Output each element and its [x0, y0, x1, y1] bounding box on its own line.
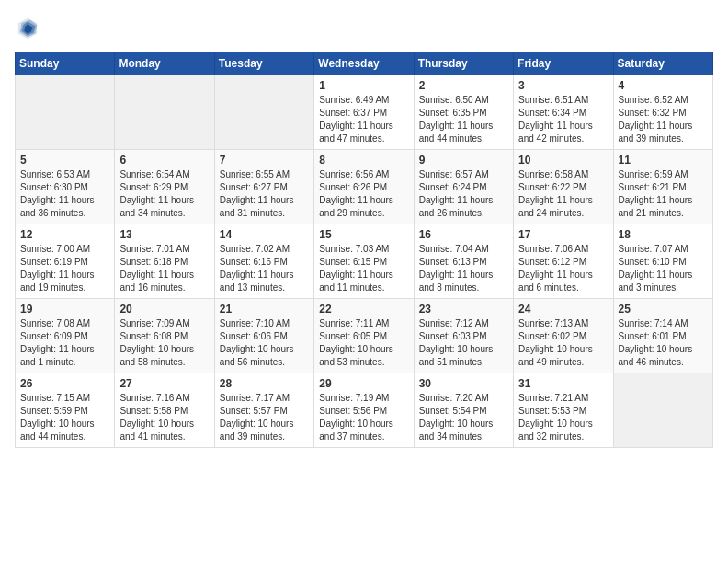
day-info: Sunrise: 6:54 AM Sunset: 6:29 PM Dayligh…: [119, 168, 209, 220]
calendar-cell: 17Sunrise: 7:06 AM Sunset: 6:12 PM Dayli…: [514, 224, 613, 299]
day-info: Sunrise: 7:08 AM Sunset: 6:09 PM Dayligh…: [20, 317, 109, 369]
day-number: 1: [319, 79, 408, 92]
day-info: Sunrise: 7:11 AM Sunset: 6:05 PM Dayligh…: [319, 317, 408, 369]
calendar-cell: 2Sunrise: 6:50 AM Sunset: 6:35 PM Daylig…: [414, 75, 513, 150]
day-number: 2: [419, 79, 508, 92]
calendar-cell: 5Sunrise: 6:53 AM Sunset: 6:30 PM Daylig…: [16, 150, 115, 224]
calendar-header-thursday: Thursday: [414, 52, 513, 75]
calendar-cell: [214, 75, 313, 150]
day-number: 9: [419, 154, 508, 167]
calendar-header-monday: Monday: [115, 52, 214, 75]
calendar-cell: 19Sunrise: 7:08 AM Sunset: 6:09 PM Dayli…: [16, 299, 115, 373]
calendar-cell: 7Sunrise: 6:55 AM Sunset: 6:27 PM Daylig…: [214, 150, 313, 224]
calendar-header-friday: Friday: [514, 52, 613, 75]
calendar-cell: 10Sunrise: 6:58 AM Sunset: 6:22 PM Dayli…: [514, 150, 613, 224]
calendar-cell: 1Sunrise: 6:49 AM Sunset: 6:37 PM Daylig…: [314, 75, 414, 150]
calendar-cell: 8Sunrise: 6:56 AM Sunset: 6:26 PM Daylig…: [314, 150, 414, 224]
day-info: Sunrise: 7:21 AM Sunset: 5:53 PM Dayligh…: [518, 392, 608, 443]
day-info: Sunrise: 6:52 AM Sunset: 6:32 PM Dayligh…: [619, 94, 708, 145]
day-info: Sunrise: 7:16 AM Sunset: 5:58 PM Dayligh…: [119, 392, 209, 443]
calendar-cell: 25Sunrise: 7:14 AM Sunset: 6:01 PM Dayli…: [613, 299, 712, 373]
day-number: 14: [220, 228, 309, 241]
day-info: Sunrise: 6:56 AM Sunset: 6:26 PM Dayligh…: [319, 168, 408, 220]
calendar-cell: 28Sunrise: 7:17 AM Sunset: 5:57 PM Dayli…: [214, 373, 313, 448]
day-number: 27: [119, 377, 209, 390]
day-number: 30: [419, 377, 508, 390]
calendar-cell: 13Sunrise: 7:01 AM Sunset: 6:18 PM Dayli…: [115, 224, 214, 299]
day-number: 11: [619, 154, 708, 167]
day-number: 23: [419, 303, 508, 316]
day-number: 19: [20, 303, 109, 316]
calendar-header-wednesday: Wednesday: [314, 52, 414, 75]
calendar-cell: 12Sunrise: 7:00 AM Sunset: 6:19 PM Dayli…: [16, 224, 115, 299]
day-info: Sunrise: 6:58 AM Sunset: 6:22 PM Dayligh…: [518, 168, 608, 220]
day-number: 24: [518, 303, 608, 316]
calendar-week-row: 19Sunrise: 7:08 AM Sunset: 6:09 PM Dayli…: [16, 299, 713, 373]
day-info: Sunrise: 6:49 AM Sunset: 6:37 PM Dayligh…: [319, 94, 408, 145]
day-info: Sunrise: 7:17 AM Sunset: 5:57 PM Dayligh…: [220, 392, 309, 443]
day-number: 3: [518, 79, 608, 92]
day-info: Sunrise: 6:57 AM Sunset: 6:24 PM Dayligh…: [419, 168, 508, 220]
calendar-cell: 3Sunrise: 6:51 AM Sunset: 6:34 PM Daylig…: [514, 75, 613, 150]
day-info: Sunrise: 6:50 AM Sunset: 6:35 PM Dayligh…: [419, 94, 508, 145]
calendar-cell: 21Sunrise: 7:10 AM Sunset: 6:06 PM Dayli…: [214, 299, 313, 373]
day-number: 8: [319, 154, 408, 167]
calendar-cell: 18Sunrise: 7:07 AM Sunset: 6:10 PM Dayli…: [613, 224, 712, 299]
day-info: Sunrise: 7:15 AM Sunset: 5:59 PM Dayligh…: [20, 392, 109, 443]
day-number: 4: [619, 79, 708, 92]
logo: [15, 15, 44, 40]
day-number: 7: [220, 154, 309, 167]
calendar-cell: 26Sunrise: 7:15 AM Sunset: 5:59 PM Dayli…: [16, 373, 115, 448]
day-number: 12: [20, 228, 109, 241]
calendar-cell: [16, 75, 115, 150]
day-number: 16: [419, 228, 508, 241]
calendar-cell: 24Sunrise: 7:13 AM Sunset: 6:02 PM Dayli…: [514, 299, 613, 373]
day-info: Sunrise: 7:03 AM Sunset: 6:15 PM Dayligh…: [319, 243, 408, 294]
day-info: Sunrise: 6:55 AM Sunset: 6:27 PM Dayligh…: [220, 168, 309, 220]
day-info: Sunrise: 7:02 AM Sunset: 6:16 PM Dayligh…: [220, 243, 309, 294]
day-number: 21: [220, 303, 309, 316]
day-info: Sunrise: 7:04 AM Sunset: 6:13 PM Dayligh…: [419, 243, 508, 294]
day-number: 28: [220, 377, 309, 390]
day-info: Sunrise: 6:51 AM Sunset: 6:34 PM Dayligh…: [518, 94, 608, 145]
calendar-cell: 15Sunrise: 7:03 AM Sunset: 6:15 PM Dayli…: [314, 224, 414, 299]
day-info: Sunrise: 7:06 AM Sunset: 6:12 PM Dayligh…: [518, 243, 608, 294]
calendar-header-row: SundayMondayTuesdayWednesdayThursdayFrid…: [16, 52, 713, 75]
calendar-cell: 22Sunrise: 7:11 AM Sunset: 6:05 PM Dayli…: [314, 299, 414, 373]
calendar-table: SundayMondayTuesdayWednesdayThursdayFrid…: [15, 52, 713, 448]
day-info: Sunrise: 7:12 AM Sunset: 6:03 PM Dayligh…: [419, 317, 508, 369]
day-info: Sunrise: 7:13 AM Sunset: 6:02 PM Dayligh…: [518, 317, 608, 369]
calendar-cell: 27Sunrise: 7:16 AM Sunset: 5:58 PM Dayli…: [115, 373, 214, 448]
calendar-cell: 31Sunrise: 7:21 AM Sunset: 5:53 PM Dayli…: [514, 373, 613, 448]
calendar-cell: 4Sunrise: 6:52 AM Sunset: 6:32 PM Daylig…: [613, 75, 712, 150]
day-info: Sunrise: 7:01 AM Sunset: 6:18 PM Dayligh…: [119, 243, 209, 294]
calendar-cell: 23Sunrise: 7:12 AM Sunset: 6:03 PM Dayli…: [414, 299, 513, 373]
page-header: [15, 15, 713, 40]
day-number: 22: [319, 303, 408, 316]
day-number: 10: [518, 154, 608, 167]
day-number: 18: [619, 228, 708, 241]
day-info: Sunrise: 7:19 AM Sunset: 5:56 PM Dayligh…: [319, 392, 408, 443]
day-number: 6: [119, 154, 209, 167]
calendar-cell: 30Sunrise: 7:20 AM Sunset: 5:54 PM Dayli…: [414, 373, 513, 448]
day-number: 5: [20, 154, 109, 167]
calendar-week-row: 12Sunrise: 7:00 AM Sunset: 6:19 PM Dayli…: [16, 224, 713, 299]
calendar-cell: [115, 75, 214, 150]
calendar-cell: 29Sunrise: 7:19 AM Sunset: 5:56 PM Dayli…: [314, 373, 414, 448]
day-info: Sunrise: 6:59 AM Sunset: 6:21 PM Dayligh…: [619, 168, 708, 220]
day-info: Sunrise: 7:14 AM Sunset: 6:01 PM Dayligh…: [619, 317, 708, 369]
calendar-week-row: 26Sunrise: 7:15 AM Sunset: 5:59 PM Dayli…: [16, 373, 713, 448]
calendar-week-row: 1Sunrise: 6:49 AM Sunset: 6:37 PM Daylig…: [16, 75, 713, 150]
calendar-cell: 20Sunrise: 7:09 AM Sunset: 6:08 PM Dayli…: [115, 299, 214, 373]
calendar-header-tuesday: Tuesday: [214, 52, 313, 75]
day-number: 15: [319, 228, 408, 241]
logo-icon: [15, 15, 40, 40]
day-info: Sunrise: 7:07 AM Sunset: 6:10 PM Dayligh…: [619, 243, 708, 294]
calendar-cell: 16Sunrise: 7:04 AM Sunset: 6:13 PM Dayli…: [414, 224, 513, 299]
day-number: 13: [119, 228, 209, 241]
day-number: 29: [319, 377, 408, 390]
day-number: 26: [20, 377, 109, 390]
day-number: 20: [119, 303, 209, 316]
calendar-cell: 9Sunrise: 6:57 AM Sunset: 6:24 PM Daylig…: [414, 150, 513, 224]
day-number: 31: [518, 377, 608, 390]
